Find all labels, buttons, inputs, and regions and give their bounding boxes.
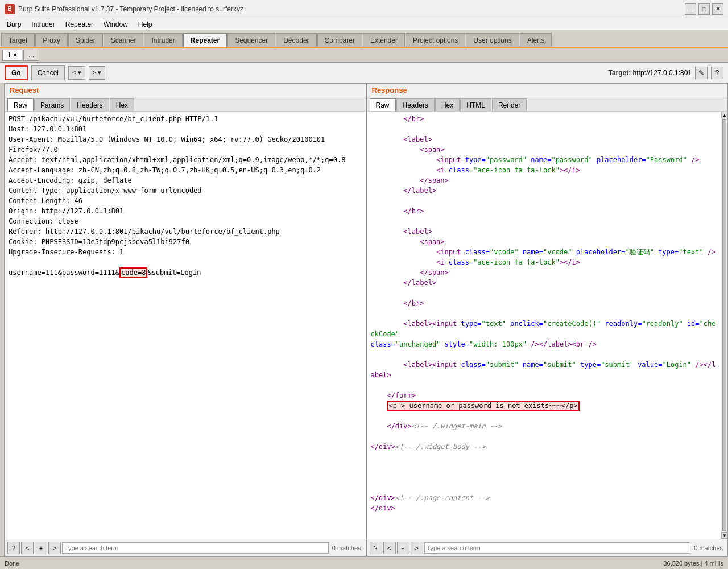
tab-intruder[interactable]: Intruder xyxy=(144,33,182,47)
minimize-button[interactable]: — xyxy=(685,3,696,15)
tab-comparer[interactable]: Comparer xyxy=(317,33,362,47)
main-content: Request Raw Params Headers Hex POST /pik… xyxy=(0,83,728,556)
menu-repeater[interactable]: Repeater xyxy=(61,19,98,30)
tab-spider[interactable]: Spider xyxy=(68,33,103,47)
sub-tab-1[interactable]: 1 × xyxy=(2,50,22,61)
request-body-pre: username=111&password=1111& xyxy=(9,269,119,277)
status-bar: Done 36,520 bytes | 4 millis xyxy=(0,556,728,569)
request-pane: Request Raw Params Headers Hex POST /pik… xyxy=(5,83,367,556)
response-tab-render[interactable]: Render xyxy=(492,98,527,111)
request-search-next-plus[interactable]: + xyxy=(35,542,47,554)
response-tabs: Raw Headers Hex HTML Render xyxy=(367,97,728,112)
response-header: Response xyxy=(367,84,728,97)
app-icon: B xyxy=(5,4,15,14)
response-content[interactable]: </br> <label> <span> <input type="passwo… xyxy=(367,112,721,539)
request-scroll-container: POST /pikachu/vul/burteforce/bf_client.p… xyxy=(5,112,366,539)
request-content[interactable]: POST /pikachu/vul/burteforce/bf_client.p… xyxy=(5,112,366,539)
response-search-next-plus[interactable]: + xyxy=(397,542,410,554)
response-matches-label: 0 matches xyxy=(692,545,725,551)
response-search-input[interactable] xyxy=(424,542,691,554)
request-search-help[interactable]: ? xyxy=(7,542,20,554)
tab-target[interactable]: Target xyxy=(1,33,35,47)
tab-project-options[interactable]: Project options xyxy=(406,33,465,47)
scroll-up-arrow[interactable]: ▲ xyxy=(721,112,727,118)
tab-user-options[interactable]: User options xyxy=(466,33,519,47)
title-bar: B Burp Suite Professional v1.7.37 - Temp… xyxy=(0,0,728,18)
menu-bar: Burp Intruder Repeater Window Help xyxy=(0,18,728,31)
menu-intruder[interactable]: Intruder xyxy=(27,19,59,30)
tab-extender[interactable]: Extender xyxy=(363,33,405,47)
response-text: </br> <label> <span> <input type="passwo… xyxy=(371,114,718,513)
tab-scanner[interactable]: Scanner xyxy=(104,33,144,47)
close-button[interactable]: ✕ xyxy=(712,3,723,15)
help-button[interactable]: ? xyxy=(711,67,723,79)
edit-target-button[interactable]: ✎ xyxy=(695,67,708,79)
response-search-bar: ? < + > 0 matches xyxy=(367,539,728,556)
request-tab-headers[interactable]: Headers xyxy=(71,98,109,111)
status-bytes: 36,520 bytes | 4 millis xyxy=(663,560,723,567)
toolbar: Go Cancel < ▾ > ▾ Target: http://127.0.0… xyxy=(0,63,728,83)
response-tab-raw[interactable]: Raw xyxy=(370,98,396,111)
response-search-prev[interactable]: < xyxy=(383,542,396,554)
main-tab-bar: Target Proxy Spider Scanner Intruder Rep… xyxy=(0,31,728,48)
request-matches-label: 0 matches xyxy=(330,545,363,551)
request-search-prev[interactable]: < xyxy=(21,542,34,554)
tab-decoder[interactable]: Decoder xyxy=(276,33,316,47)
cancel-button[interactable]: Cancel xyxy=(31,65,65,80)
tab-sequencer[interactable]: Sequencer xyxy=(228,33,275,47)
target-url: http://127.0.0.1:801 xyxy=(633,69,692,77)
sub-tab-bar: 1 × ... xyxy=(0,48,728,63)
response-error-highlight: <p > username or password is not exists~… xyxy=(387,401,579,411)
response-scroll-container: </br> <label> <span> <input type="passwo… xyxy=(367,112,728,539)
target-label: Target: http://127.0.0.1:801 xyxy=(608,69,692,77)
title-bar-text: Burp Suite Professional v1.7.37 - Tempor… xyxy=(18,5,243,13)
menu-window[interactable]: Window xyxy=(99,19,133,30)
request-tabs: Raw Params Headers Hex xyxy=(5,97,366,112)
response-scrollbar[interactable]: ▲ ▼ xyxy=(721,112,727,539)
request-body-post: &submit=Login xyxy=(147,269,201,277)
sub-tab-new[interactable]: ... xyxy=(23,50,39,61)
window-controls[interactable]: — □ ✕ xyxy=(685,3,723,15)
status-text: Done xyxy=(5,560,19,567)
request-search-next[interactable]: > xyxy=(48,542,61,554)
request-search-input[interactable] xyxy=(62,542,329,554)
request-body-highlight: code=8 xyxy=(119,267,147,278)
title-bar-left: B Burp Suite Professional v1.7.37 - Temp… xyxy=(5,4,243,14)
response-search-help[interactable]: ? xyxy=(370,542,382,554)
scroll-thumb[interactable] xyxy=(722,119,726,531)
response-tab-html[interactable]: HTML xyxy=(460,98,491,111)
response-tab-hex[interactable]: Hex xyxy=(435,98,460,111)
request-text: POST /pikachu/vul/burteforce/bf_client.p… xyxy=(9,114,362,278)
nav-left-button[interactable]: < ▾ xyxy=(68,66,85,80)
menu-burp[interactable]: Burp xyxy=(2,19,26,30)
scroll-down-arrow[interactable]: ▼ xyxy=(721,532,727,539)
maximize-button[interactable]: □ xyxy=(698,3,710,15)
request-tab-hex[interactable]: Hex xyxy=(110,98,134,111)
response-search-next[interactable]: > xyxy=(411,542,423,554)
tab-alerts[interactable]: Alerts xyxy=(520,33,552,47)
request-tab-raw[interactable]: Raw xyxy=(7,98,34,111)
request-search-bar: ? < + > 0 matches xyxy=(5,539,366,556)
tab-proxy[interactable]: Proxy xyxy=(35,33,68,47)
go-button[interactable]: Go xyxy=(5,65,28,80)
menu-help[interactable]: Help xyxy=(134,19,157,30)
left-stripe xyxy=(0,83,5,556)
request-tab-params[interactable]: Params xyxy=(34,98,70,111)
nav-right-button[interactable]: > ▾ xyxy=(89,66,105,80)
tab-repeater[interactable]: Repeater xyxy=(183,33,227,47)
request-header: Request xyxy=(5,84,366,97)
response-pane: Response Raw Headers Hex HTML Render </b… xyxy=(367,83,729,556)
response-tab-headers[interactable]: Headers xyxy=(396,98,435,111)
